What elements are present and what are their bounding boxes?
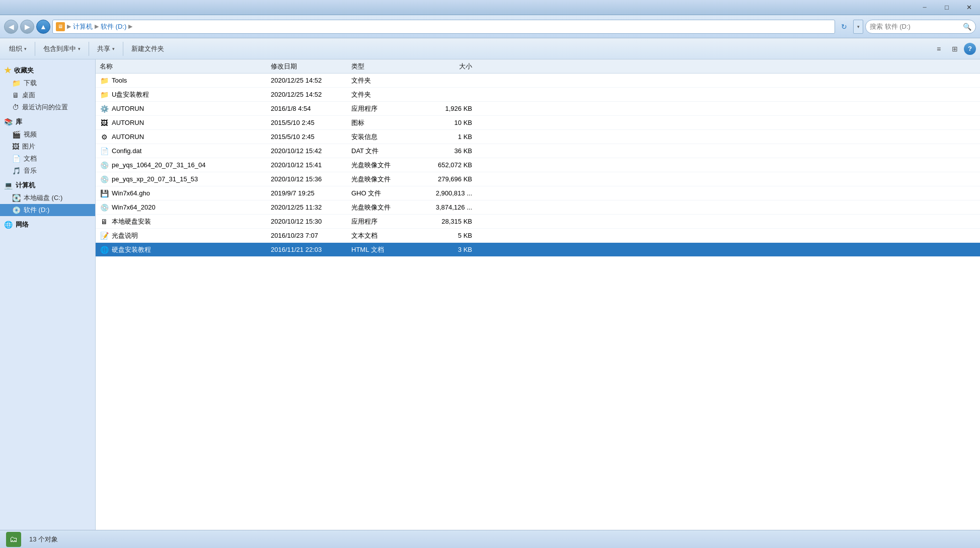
column-header-date[interactable]: 修改日期 [271, 62, 351, 71]
view-grid-icon: ⊞ [952, 45, 958, 53]
file-name-4: AUTORUN [112, 133, 144, 141]
close-button[interactable]: ✕ [958, 0, 980, 15]
file-cell-type-12: HTML 文档 [351, 245, 412, 254]
file-cell-name-10: 🖥 本地硬盘安装 [100, 217, 271, 226]
desktop-icon: 🖥 [12, 91, 19, 99]
include-arrow-icon: ▾ [78, 46, 81, 51]
up-button[interactable]: ▲ [36, 20, 50, 34]
search-box[interactable]: 🔍 [865, 20, 976, 34]
file-cell-type-9: 光盘映像文件 [351, 203, 412, 212]
file-cell-type-7: 光盘映像文件 [351, 175, 412, 184]
file-cell-date-5: 2020/10/12 15:42 [271, 147, 351, 155]
table-row[interactable]: 🌐 硬盘安装教程 2016/11/21 22:03 HTML 文档 3 KB [96, 243, 980, 257]
file-cell-name-0: 📁 Tools [100, 76, 271, 85]
file-area: 名称 修改日期 类型 大小 📁 Tools 2020/12/25 14:52 文… [96, 59, 980, 530]
network-header[interactable]: 🌐 网络 [0, 218, 95, 231]
computer-header[interactable]: 💻 计算机 [0, 179, 95, 192]
file-icon-5: 📄 [100, 147, 109, 156]
forward-button[interactable]: ▶ [20, 20, 34, 34]
file-name-1: U盘安装教程 [112, 90, 149, 99]
new-folder-button[interactable]: 新建文件夹 [126, 41, 169, 57]
table-row[interactable]: 📝 光盘说明 2016/10/23 7:07 文本文档 5 KB [96, 229, 980, 243]
search-input[interactable] [870, 23, 961, 30]
share-button[interactable]: 共享 ▾ [92, 41, 120, 57]
back-button[interactable]: ◀ [4, 20, 18, 34]
file-cell-type-2: 应用程序 [351, 104, 412, 113]
column-header-name[interactable]: 名称 [100, 62, 271, 71]
maximize-button[interactable]: □ [936, 0, 958, 15]
file-name-10: 本地硬盘安装 [112, 217, 151, 226]
table-row[interactable]: 🖼 AUTORUN 2015/5/10 2:45 图标 10 KB [96, 116, 980, 130]
sidebar-item-downloads[interactable]: 📁 下载 [0, 77, 95, 89]
column-header-size[interactable]: 大小 [412, 62, 472, 71]
sidebar-item-music[interactable]: 🎵 音乐 [0, 165, 95, 177]
file-cell-date-6: 2020/10/12 15:41 [271, 161, 351, 169]
favorites-header[interactable]: ★ 收藏夹 [0, 63, 95, 77]
downloads-folder-icon: 📁 [12, 79, 21, 87]
table-row[interactable]: 📁 U盘安装教程 2020/12/25 14:52 文件夹 [96, 88, 980, 102]
table-row[interactable]: 🖥 本地硬盘安装 2020/10/12 15:30 应用程序 28,315 KB [96, 215, 980, 229]
file-cell-type-1: 文件夹 [351, 90, 412, 99]
file-cell-date-11: 2016/10/23 7:07 [271, 232, 351, 239]
new-folder-label: 新建文件夹 [131, 44, 164, 53]
view-grid-button[interactable]: ⊞ [948, 42, 962, 56]
table-row[interactable]: 📁 Tools 2020/12/25 14:52 文件夹 [96, 74, 980, 88]
table-row[interactable]: 💿 pe_yqs_xp_20_07_31_15_53 2020/10/12 15… [96, 172, 980, 186]
file-cell-size-10: 28,315 KB [412, 218, 472, 225]
breadcrumb-computer[interactable]: 计算机 [73, 22, 93, 31]
file-icon-7: 💿 [100, 175, 109, 184]
sidebar-item-downloads-label: 下载 [24, 79, 37, 88]
file-cell-size-12: 3 KB [412, 246, 472, 253]
breadcrumb[interactable]: 🖥 ▶ 计算机 ▶ 软件 (D:) ▶ [52, 20, 835, 34]
file-name-7: pe_yqs_xp_20_07_31_15_53 [112, 175, 198, 183]
file-cell-size-2: 1,926 KB [412, 105, 472, 112]
organize-button[interactable]: 组织 ▾ [4, 41, 32, 57]
address-dropdown[interactable]: ▾ [853, 20, 863, 34]
drive-d-icon: 💿 [12, 206, 21, 214]
file-name-6: pe_yqs_1064_20_07_31_16_04 [112, 161, 206, 169]
sidebar-item-desktop[interactable]: 🖥 桌面 [0, 89, 95, 101]
file-icon-0: 📁 [100, 76, 109, 85]
file-cell-size-6: 652,072 KB [412, 161, 472, 169]
network-icon: 🌐 [4, 221, 13, 229]
file-cell-type-0: 文件夹 [351, 76, 412, 85]
library-header[interactable]: 📚 库 [0, 115, 95, 128]
sidebar-item-drive-d[interactable]: 💿 软件 (D:) [0, 204, 95, 216]
sidebar-item-documents[interactable]: 📄 文档 [0, 153, 95, 165]
change-view-button[interactable]: ≡ [932, 42, 946, 56]
computer-section: 💻 计算机 💽 本地磁盘 (C:) 💿 软件 (D:) [0, 179, 95, 216]
breadcrumb-drive[interactable]: 软件 (D:) [101, 22, 126, 31]
refresh-button[interactable]: ↻ [837, 20, 851, 34]
include-in-library-button[interactable]: 包含到库中 ▾ [38, 41, 86, 57]
minimize-button[interactable]: ─ [914, 0, 936, 15]
video-icon: 🎬 [12, 130, 21, 139]
drive-c-icon: 💽 [12, 194, 21, 202]
file-cell-date-7: 2020/10/12 15:36 [271, 175, 351, 183]
help-button[interactable]: ? [964, 43, 976, 55]
sidebar-item-pictures[interactable]: 🖼 图片 [0, 141, 95, 153]
table-row[interactable]: 📄 Config.dat 2020/10/12 15:42 DAT 文件 36 … [96, 144, 980, 158]
column-header-type[interactable]: 类型 [351, 62, 412, 71]
table-row[interactable]: ⚙️ AUTORUN 2016/1/8 4:54 应用程序 1,926 KB [96, 102, 980, 116]
file-cell-type-10: 应用程序 [351, 217, 412, 226]
search-icon[interactable]: 🔍 [963, 23, 971, 31]
sidebar-item-pictures-label: 图片 [22, 142, 35, 151]
file-name-12: 硬盘安装教程 [112, 245, 151, 254]
file-cell-date-9: 2020/12/25 11:32 [271, 203, 351, 211]
table-row[interactable]: ⚙ AUTORUN 2015/5/10 2:45 安装信息 1 KB [96, 130, 980, 144]
file-cell-type-8: GHO 文件 [351, 189, 412, 198]
table-row[interactable]: 💿 Win7x64_2020 2020/12/25 11:32 光盘映像文件 3… [96, 200, 980, 215]
file-name-9: Win7x64_2020 [112, 203, 156, 211]
file-icon-12: 🌐 [100, 245, 109, 254]
sidebar-item-drive-c[interactable]: 💽 本地磁盘 (C:) [0, 192, 95, 204]
favorites-section: ★ 收藏夹 📁 下载 🖥 桌面 ⏱ 最近访问的位置 [0, 63, 95, 113]
file-icon-8: 💾 [100, 189, 109, 198]
sidebar-item-recent[interactable]: ⏱ 最近访问的位置 [0, 101, 95, 113]
table-row[interactable]: 💾 Win7x64.gho 2019/9/7 19:25 GHO 文件 2,90… [96, 186, 980, 200]
file-icon-6: 💿 [100, 161, 109, 170]
view-icon: ≡ [937, 45, 941, 53]
status-count: 13 个对象 [29, 535, 58, 544]
table-row[interactable]: 💿 pe_yqs_1064_20_07_31_16_04 2020/10/12 … [96, 158, 980, 172]
sidebar-item-video[interactable]: 🎬 视频 [0, 128, 95, 141]
music-icon: 🎵 [12, 167, 21, 175]
